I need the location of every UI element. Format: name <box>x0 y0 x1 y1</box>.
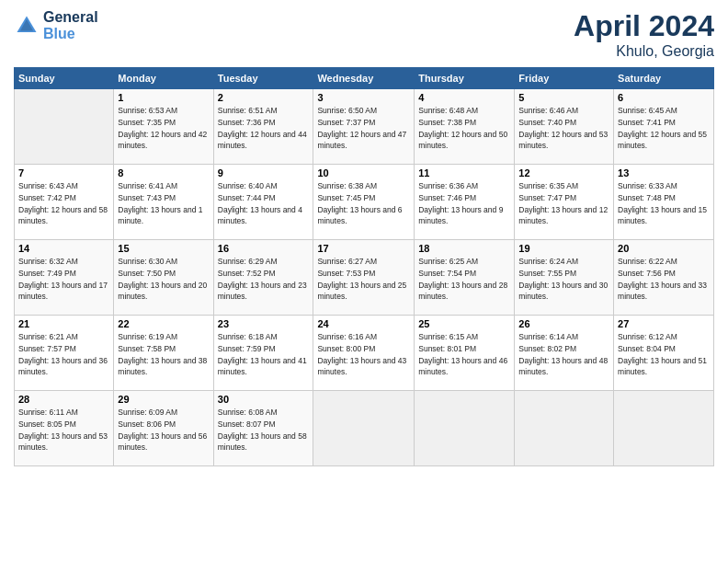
calendar-subtitle: Khulo, Georgia <box>574 43 714 60</box>
calendar-cell: 11Sunrise: 6:36 AMSunset: 7:46 PMDayligh… <box>415 165 515 240</box>
sun-info: Sunrise: 6:48 AMSunset: 7:38 PMDaylight:… <box>418 105 510 152</box>
day-number: 15 <box>118 243 209 254</box>
sun-info: Sunrise: 6:43 AMSunset: 7:42 PMDaylight:… <box>18 180 109 227</box>
col-sunday: Sunday <box>15 68 114 89</box>
calendar-cell: 9Sunrise: 6:40 AMSunset: 7:44 PMDaylight… <box>213 165 313 240</box>
day-number: 16 <box>218 243 310 254</box>
col-saturday: Saturday <box>614 68 714 89</box>
sun-info: Sunrise: 6:29 AMSunset: 7:52 PMDaylight:… <box>218 256 310 303</box>
day-number: 3 <box>317 92 410 103</box>
sun-info: Sunrise: 6:53 AMSunset: 7:35 PMDaylight:… <box>118 105 209 152</box>
calendar-cell: 23Sunrise: 6:18 AMSunset: 7:59 PMDayligh… <box>213 316 313 391</box>
day-number: 28 <box>18 394 109 405</box>
calendar-cell: 26Sunrise: 6:14 AMSunset: 8:02 PMDayligh… <box>515 316 614 391</box>
calendar-cell: 24Sunrise: 6:16 AMSunset: 8:00 PMDayligh… <box>313 316 415 391</box>
title-block: April 2024 Khulo, Georgia <box>574 9 714 60</box>
sun-info: Sunrise: 6:51 AMSunset: 7:36 PMDaylight:… <box>218 105 310 152</box>
sun-info: Sunrise: 6:50 AMSunset: 7:37 PMDaylight:… <box>317 105 410 152</box>
calendar-week-2: 14Sunrise: 6:32 AMSunset: 7:49 PMDayligh… <box>15 240 714 316</box>
calendar-cell <box>614 391 714 466</box>
calendar-week-1: 7Sunrise: 6:43 AMSunset: 7:42 PMDaylight… <box>15 165 714 240</box>
day-number: 2 <box>218 92 310 103</box>
calendar-cell: 13Sunrise: 6:33 AMSunset: 7:48 PMDayligh… <box>614 165 714 240</box>
calendar-cell: 3Sunrise: 6:50 AMSunset: 7:37 PMDaylight… <box>313 89 415 165</box>
day-number: 30 <box>218 394 310 405</box>
sun-info: Sunrise: 6:46 AMSunset: 7:40 PMDaylight:… <box>518 105 609 152</box>
day-number: 7 <box>18 167 109 178</box>
sun-info: Sunrise: 6:09 AMSunset: 8:06 PMDaylight:… <box>118 407 209 454</box>
day-number: 21 <box>18 318 109 329</box>
calendar-cell: 8Sunrise: 6:41 AMSunset: 7:43 PMDaylight… <box>114 165 213 240</box>
calendar-week-0: 1Sunrise: 6:53 AMSunset: 7:35 PMDaylight… <box>15 89 714 165</box>
calendar-cell <box>515 391 614 466</box>
calendar-cell <box>415 391 515 466</box>
calendar-cell: 21Sunrise: 6:21 AMSunset: 7:57 PMDayligh… <box>15 316 114 391</box>
header-row: Sunday Monday Tuesday Wednesday Thursday… <box>15 68 714 89</box>
calendar-cell <box>313 391 415 466</box>
sun-info: Sunrise: 6:15 AMSunset: 8:01 PMDaylight:… <box>418 331 510 378</box>
day-number: 26 <box>518 318 609 329</box>
calendar-cell: 1Sunrise: 6:53 AMSunset: 7:35 PMDaylight… <box>114 89 213 165</box>
day-number: 17 <box>317 243 410 254</box>
calendar-cell: 10Sunrise: 6:38 AMSunset: 7:45 PMDayligh… <box>313 165 415 240</box>
day-number: 12 <box>518 167 609 178</box>
sun-info: Sunrise: 6:22 AMSunset: 7:56 PMDaylight:… <box>618 256 710 303</box>
day-number: 27 <box>618 318 710 329</box>
calendar-cell: 16Sunrise: 6:29 AMSunset: 7:52 PMDayligh… <box>213 240 313 316</box>
day-number: 19 <box>518 243 609 254</box>
day-number: 8 <box>118 167 209 178</box>
day-number: 11 <box>418 167 510 178</box>
col-thursday: Thursday <box>415 68 515 89</box>
calendar-week-3: 21Sunrise: 6:21 AMSunset: 7:57 PMDayligh… <box>15 316 714 391</box>
day-number: 13 <box>618 167 710 178</box>
calendar-cell: 2Sunrise: 6:51 AMSunset: 7:36 PMDaylight… <box>213 89 313 165</box>
day-number: 29 <box>118 394 209 405</box>
day-number: 25 <box>418 318 510 329</box>
sun-info: Sunrise: 6:21 AMSunset: 7:57 PMDaylight:… <box>18 331 109 378</box>
sun-info: Sunrise: 6:33 AMSunset: 7:48 PMDaylight:… <box>618 180 710 227</box>
sun-info: Sunrise: 6:24 AMSunset: 7:55 PMDaylight:… <box>518 256 609 303</box>
calendar-cell: 30Sunrise: 6:08 AMSunset: 8:07 PMDayligh… <box>213 391 313 466</box>
col-tuesday: Tuesday <box>213 68 313 89</box>
header: General Blue April 2024 Khulo, Georgia <box>14 9 714 60</box>
logo: General Blue <box>14 9 98 42</box>
sun-info: Sunrise: 6:18 AMSunset: 7:59 PMDaylight:… <box>218 331 310 378</box>
calendar-cell <box>15 89 114 165</box>
sun-info: Sunrise: 6:27 AMSunset: 7:53 PMDaylight:… <box>317 256 410 303</box>
sun-info: Sunrise: 6:40 AMSunset: 7:44 PMDaylight:… <box>218 180 310 227</box>
sun-info: Sunrise: 6:19 AMSunset: 7:58 PMDaylight:… <box>118 331 209 378</box>
calendar-cell: 5Sunrise: 6:46 AMSunset: 7:40 PMDaylight… <box>515 89 614 165</box>
calendar-cell: 22Sunrise: 6:19 AMSunset: 7:58 PMDayligh… <box>114 316 213 391</box>
calendar-cell: 25Sunrise: 6:15 AMSunset: 8:01 PMDayligh… <box>415 316 515 391</box>
day-number: 20 <box>618 243 710 254</box>
day-number: 23 <box>218 318 310 329</box>
sun-info: Sunrise: 6:41 AMSunset: 7:43 PMDaylight:… <box>118 180 209 227</box>
calendar-cell: 4Sunrise: 6:48 AMSunset: 7:38 PMDaylight… <box>415 89 515 165</box>
day-number: 18 <box>418 243 510 254</box>
logo-text: General Blue <box>43 9 98 42</box>
calendar-cell: 6Sunrise: 6:45 AMSunset: 7:41 PMDaylight… <box>614 89 714 165</box>
calendar-cell: 19Sunrise: 6:24 AMSunset: 7:55 PMDayligh… <box>515 240 614 316</box>
sun-info: Sunrise: 6:35 AMSunset: 7:47 PMDaylight:… <box>518 180 609 227</box>
calendar-title: April 2024 <box>574 9 714 43</box>
calendar-table: Sunday Monday Tuesday Wednesday Thursday… <box>14 67 714 466</box>
page: General Blue April 2024 Khulo, Georgia S… <box>0 0 728 563</box>
sun-info: Sunrise: 6:36 AMSunset: 7:46 PMDaylight:… <box>418 180 510 227</box>
sun-info: Sunrise: 6:25 AMSunset: 7:54 PMDaylight:… <box>418 256 510 303</box>
sun-info: Sunrise: 6:16 AMSunset: 8:00 PMDaylight:… <box>317 331 410 378</box>
sun-info: Sunrise: 6:45 AMSunset: 7:41 PMDaylight:… <box>618 105 710 152</box>
calendar-cell: 18Sunrise: 6:25 AMSunset: 7:54 PMDayligh… <box>415 240 515 316</box>
sun-info: Sunrise: 6:12 AMSunset: 8:04 PMDaylight:… <box>618 331 710 378</box>
calendar-week-4: 28Sunrise: 6:11 AMSunset: 8:05 PMDayligh… <box>15 391 714 466</box>
logo-icon <box>14 13 40 39</box>
calendar-cell: 20Sunrise: 6:22 AMSunset: 7:56 PMDayligh… <box>614 240 714 316</box>
calendar-cell: 14Sunrise: 6:32 AMSunset: 7:49 PMDayligh… <box>15 240 114 316</box>
day-number: 4 <box>418 92 510 103</box>
calendar-cell: 27Sunrise: 6:12 AMSunset: 8:04 PMDayligh… <box>614 316 714 391</box>
calendar-cell: 29Sunrise: 6:09 AMSunset: 8:06 PMDayligh… <box>114 391 213 466</box>
day-number: 24 <box>317 318 410 329</box>
calendar-cell: 17Sunrise: 6:27 AMSunset: 7:53 PMDayligh… <box>313 240 415 316</box>
sun-info: Sunrise: 6:11 AMSunset: 8:05 PMDaylight:… <box>18 407 109 454</box>
day-number: 10 <box>317 167 410 178</box>
col-monday: Monday <box>114 68 213 89</box>
